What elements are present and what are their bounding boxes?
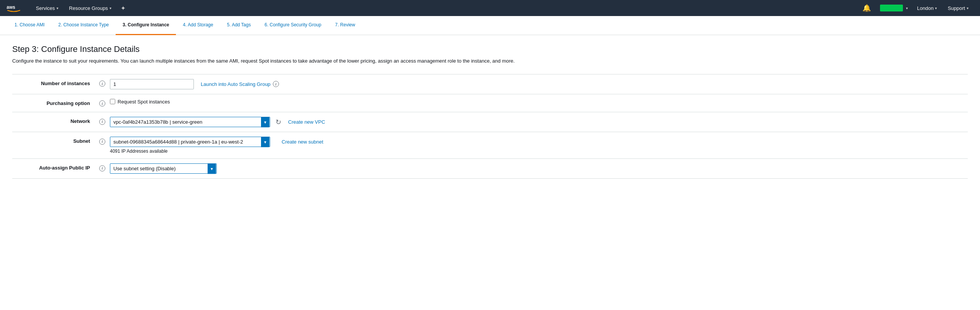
region-nav[interactable]: London ▾ [912,0,942,16]
auto-assign-ip-select[interactable]: Use subnet setting (Disable) [110,163,217,174]
number-of-instances-info-icon[interactable]: i [99,81,105,87]
subnet-row: Subnet i subnet-09688345a68644d88 | priv… [12,132,968,159]
tab-review[interactable]: 7. Review [328,16,362,35]
support-label: Support [948,5,965,11]
tab-configure-security-group[interactable]: 6. Configure Security Group [258,16,328,35]
subnet-ip-note: 4091 IP Addresses available [110,149,962,154]
number-of-instances-input[interactable] [110,79,194,89]
region-chevron-icon: ▾ [935,6,937,10]
create-new-vpc-link[interactable]: Create new VPC [288,119,325,125]
resource-groups-chevron-icon: ▾ [110,6,111,10]
auto-assign-ip-info-icon[interactable]: i [99,165,105,171]
number-of-instances-row: Number of instances i Launch into Auto S… [12,74,968,94]
configure-instance-form: Number of instances i Launch into Auto S… [12,74,968,179]
subnet-info-icon[interactable]: i [99,139,105,145]
auto-assign-ip-select-wrapper: Use subnet setting (Disable) ▼ [110,163,217,174]
subnet-label: Subnet [73,138,90,144]
bookmarks-icon[interactable]: ✦ [117,5,129,12]
number-of-instances-label: Number of instances [41,81,90,86]
purchasing-option-row: Purchasing option i Request Spot instanc… [12,94,968,112]
network-select-wrapper: vpc-0af4b247a1353b78b | service-green ▼ [110,117,270,127]
support-chevron-icon: ▾ [967,6,969,10]
auto-scaling-info-icon[interactable]: i [273,81,279,87]
network-row: Network i vpc-0af4b247a1353b78b | servic… [12,112,968,132]
subnet-select-wrapper: subnet-09688345a68644d88 | private-green… [110,137,270,147]
page-title: Step 3: Configure Instance Details [12,44,968,54]
spot-instances-checkbox[interactable] [110,99,115,104]
network-refresh-icon[interactable]: ↻ [276,118,281,126]
spot-instances-checkbox-label[interactable]: Request Spot instances [110,99,962,105]
auto-assign-ip-row: Auto-assign Public IP i Use subnet setti… [12,159,968,179]
wizard-tabs: 1. Choose AMI 2. Choose Instance Type 3.… [0,16,980,35]
status-chevron-icon: ▾ [906,6,908,10]
status-indicator[interactable]: ▾ [875,5,912,11]
navbar: aws Services ▾ Resource Groups ▾ ✦ 🔔 ▾ L… [0,0,980,16]
notifications-icon[interactable]: 🔔 [859,4,875,12]
tab-choose-ami[interactable]: 1. Choose AMI [8,16,52,35]
network-label: Network [71,118,90,124]
main-content: Step 3: Configure Instance Details Confi… [0,35,980,188]
svg-text:aws: aws [6,5,15,10]
spot-instances-label: Request Spot instances [118,99,170,105]
network-info-icon[interactable]: i [99,119,105,125]
region-label: London [917,5,933,11]
status-bar [880,5,903,11]
resource-groups-label: Resource Groups [69,5,108,11]
create-new-subnet-link[interactable]: Create new subnet [282,139,323,145]
aws-logo[interactable]: aws [6,3,21,13]
purchasing-option-info-icon[interactable]: i [99,100,105,107]
page-description: Configure the instance to suit your requ… [12,57,585,65]
tab-choose-instance-type[interactable]: 2. Choose Instance Type [52,16,116,35]
services-nav[interactable]: Services ▾ [31,0,64,16]
support-nav[interactable]: Support ▾ [942,0,974,16]
subnet-select[interactable]: subnet-09688345a68644d88 | private-green… [110,137,270,147]
services-chevron-icon: ▾ [56,6,58,10]
tab-configure-instance[interactable]: 3. Configure Instance [116,16,176,35]
services-label: Services [36,5,55,11]
auto-assign-ip-label: Auto-assign Public IP [39,165,90,171]
network-select[interactable]: vpc-0af4b247a1353b78b | service-green [110,117,270,127]
launch-auto-scaling-group-link[interactable]: Launch into Auto Scaling Group [201,81,271,87]
tab-add-storage[interactable]: 4. Add Storage [176,16,220,35]
resource-groups-nav[interactable]: Resource Groups ▾ [64,0,117,16]
tab-add-tags[interactable]: 5. Add Tags [220,16,258,35]
purchasing-option-label: Purchasing option [47,100,90,106]
